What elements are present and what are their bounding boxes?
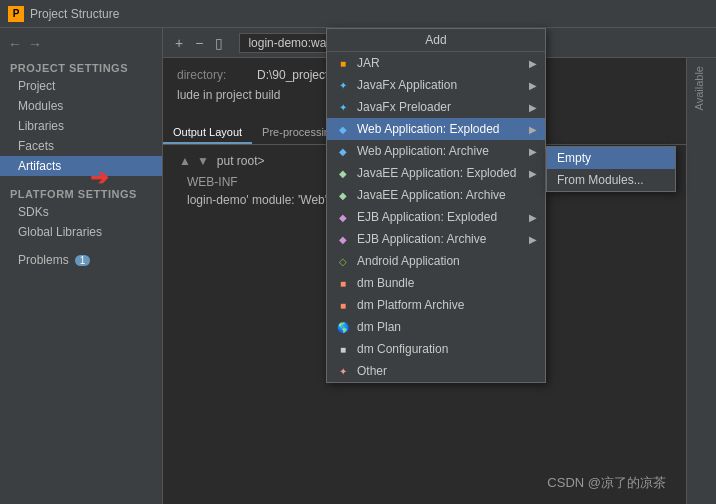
submenu-item-empty[interactable]: Empty bbox=[547, 147, 675, 169]
menu-item-web-archive-label: Web Application: Archive bbox=[357, 144, 489, 158]
add-button[interactable]: + bbox=[171, 33, 187, 53]
web-archive-icon: ◆ bbox=[335, 143, 351, 159]
ejb-exploded-icon: ◆ bbox=[335, 209, 351, 225]
project-settings-header: Project Settings bbox=[0, 58, 162, 76]
menu-item-ejb-archive[interactable]: ◆ EJB Application: Archive ▶ bbox=[327, 228, 545, 250]
ejb-exploded-arrow: ▶ bbox=[529, 212, 537, 223]
other-icon: ✦ bbox=[335, 363, 351, 379]
submenu-empty-label: Empty bbox=[557, 151, 591, 165]
add-menu-header: Add bbox=[327, 29, 545, 52]
forward-arrow[interactable]: → bbox=[28, 36, 42, 52]
sidebar-item-project[interactable]: Project bbox=[0, 76, 162, 96]
output-root-label: put root> bbox=[217, 154, 265, 168]
menu-item-jar-label: JAR bbox=[357, 56, 380, 70]
title-bar-text: Project Structure bbox=[30, 7, 119, 21]
menu-item-jar[interactable]: ■ JAR ▶ bbox=[327, 52, 545, 74]
menu-item-web-exploded[interactable]: ◆ Web Application: Exploded ▶ bbox=[327, 118, 545, 140]
problems-badge: 1 bbox=[75, 255, 91, 266]
menu-item-javaee-archive-label: JavaEE Application: Archive bbox=[357, 188, 506, 202]
jar-arrow: ▶ bbox=[529, 58, 537, 69]
menu-item-javafx-preloader-label: JavaFx Preloader bbox=[357, 100, 451, 114]
ejb-archive-icon: ◆ bbox=[335, 231, 351, 247]
sidebar-item-problems[interactable]: Problems 1 bbox=[0, 250, 162, 270]
menu-item-dm-config[interactable]: ■ dm Configuration bbox=[327, 338, 545, 360]
menu-item-javafx-app[interactable]: ✦ JavaFx Application ▶ bbox=[327, 74, 545, 96]
menu-item-android[interactable]: ◇ Android Application bbox=[327, 250, 545, 272]
menu-item-dm-bundle[interactable]: ■ dm Bundle bbox=[327, 272, 545, 294]
web-exploded-arrow: ▶ bbox=[529, 124, 537, 135]
menu-item-ejb-exploded-label: EJB Application: Exploded bbox=[357, 210, 497, 224]
dm-bundle-icon: ■ bbox=[335, 275, 351, 291]
web-exploded-submenu: Empty From Modules... bbox=[546, 146, 676, 192]
menu-item-dm-plan[interactable]: 🌎 dm Plan bbox=[327, 316, 545, 338]
platform-settings-section: Platform Settings SDKs Global Libraries bbox=[0, 184, 162, 242]
back-arrow[interactable]: ← bbox=[8, 36, 22, 52]
menu-item-dm-plan-label: dm Plan bbox=[357, 320, 401, 334]
jar-icon: ■ bbox=[335, 55, 351, 71]
sidebar-item-libraries[interactable]: Libraries bbox=[0, 116, 162, 136]
menu-item-dm-bundle-label: dm Bundle bbox=[357, 276, 414, 290]
tab-output-layout[interactable]: Output Layout bbox=[163, 122, 252, 144]
menu-item-ejb-exploded[interactable]: ◆ EJB Application: Exploded ▶ bbox=[327, 206, 545, 228]
javaee-archive-icon: ◆ bbox=[335, 187, 351, 203]
app-icon: P bbox=[8, 6, 24, 22]
menu-item-android-label: Android Application bbox=[357, 254, 460, 268]
menu-item-other[interactable]: ✦ Other bbox=[327, 360, 545, 382]
javaee-exploded-icon: ◆ bbox=[335, 165, 351, 181]
main-layout: ← → Project Settings Project Modules Lib… bbox=[0, 28, 716, 504]
dm-platform-icon: ■ bbox=[335, 297, 351, 313]
menu-item-web-archive[interactable]: ◆ Web Application: Archive ▶ bbox=[327, 140, 545, 162]
platform-settings-header: Platform Settings bbox=[0, 184, 162, 202]
javaee-exploded-arrow: ▶ bbox=[529, 168, 537, 179]
menu-item-ejb-archive-label: EJB Application: Archive bbox=[357, 232, 486, 246]
menu-item-other-label: Other bbox=[357, 364, 387, 378]
submenu-from-modules-label: From Modules... bbox=[557, 173, 644, 187]
output-arrows: ▲ ▼ bbox=[177, 153, 211, 169]
sidebar-item-global-libraries[interactable]: Global Libraries bbox=[0, 222, 162, 242]
available-panel: Available bbox=[686, 58, 716, 504]
watermark: CSDN @凉了的凉茶 bbox=[547, 474, 666, 492]
submenu-item-from-modules[interactable]: From Modules... bbox=[547, 169, 675, 191]
menu-item-javafx-app-label: JavaFx Application bbox=[357, 78, 457, 92]
sidebar-item-modules[interactable]: Modules bbox=[0, 96, 162, 116]
include-text: lude in project build bbox=[177, 88, 280, 102]
directory-label: directory: bbox=[177, 68, 257, 82]
menu-item-web-exploded-label: Web Application: Exploded bbox=[357, 122, 500, 136]
menu-item-dm-config-label: dm Configuration bbox=[357, 342, 448, 356]
menu-item-dm-platform-label: dm Platform Archive bbox=[357, 298, 464, 312]
javafx-preloader-arrow: ▶ bbox=[529, 102, 537, 113]
android-icon: ◇ bbox=[335, 253, 351, 269]
copy-button[interactable]: ▯ bbox=[211, 33, 227, 53]
dm-plan-icon: 🌎 bbox=[335, 319, 351, 335]
menu-item-javaee-archive[interactable]: ◆ JavaEE Application: Archive bbox=[327, 184, 545, 206]
menu-item-dm-platform[interactable]: ■ dm Platform Archive bbox=[327, 294, 545, 316]
nav-arrows: ← → bbox=[0, 34, 162, 58]
javafx-app-icon: ✦ bbox=[335, 77, 351, 93]
available-label: Available bbox=[687, 58, 711, 118]
menu-item-javaee-exploded-label: JavaEE Application: Exploded bbox=[357, 166, 516, 180]
title-bar: P Project Structure bbox=[0, 0, 716, 28]
output-up-btn[interactable]: ▲ bbox=[177, 153, 193, 169]
sidebar-item-artifacts[interactable]: Artifacts bbox=[0, 156, 162, 176]
remove-button[interactable]: − bbox=[191, 33, 207, 53]
content-area: + − ▯ login-demo:war exploded directory:… bbox=[163, 28, 716, 504]
web-archive-arrow: ▶ bbox=[529, 146, 537, 157]
javafx-app-arrow: ▶ bbox=[529, 80, 537, 91]
menu-item-javafx-preloader[interactable]: ✦ JavaFx Preloader ▶ bbox=[327, 96, 545, 118]
ejb-archive-arrow: ▶ bbox=[529, 234, 537, 245]
sidebar-item-facets[interactable]: Facets bbox=[0, 136, 162, 156]
javafx-preloader-icon: ✦ bbox=[335, 99, 351, 115]
menu-item-javaee-exploded[interactable]: ◆ JavaEE Application: Exploded ▶ bbox=[327, 162, 545, 184]
dm-config-icon: ■ bbox=[335, 341, 351, 357]
web-exploded-icon: ◆ bbox=[335, 121, 351, 137]
sidebar-item-sdks[interactable]: SDKs bbox=[0, 202, 162, 222]
sidebar: ← → Project Settings Project Modules Lib… bbox=[0, 28, 163, 504]
add-menu: Add ■ JAR ▶ ✦ JavaFx Application ▶ ✦ Jav… bbox=[326, 28, 546, 383]
output-down-btn[interactable]: ▼ bbox=[195, 153, 211, 169]
